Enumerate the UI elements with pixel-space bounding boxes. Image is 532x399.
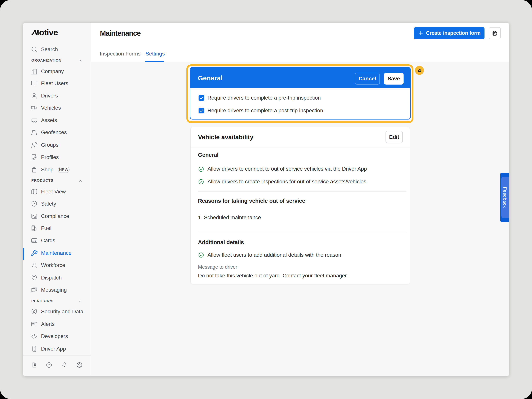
- svg-text:otive: otive: [39, 29, 58, 37]
